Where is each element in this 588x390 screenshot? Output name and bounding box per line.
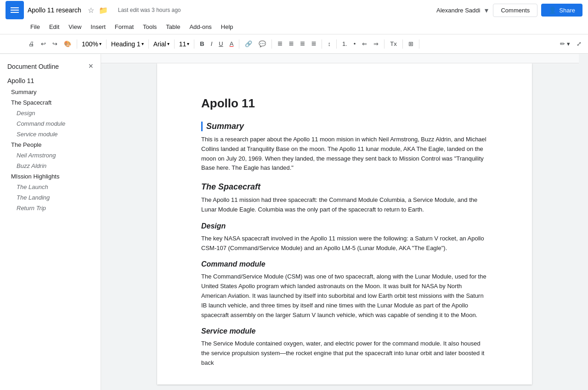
outline-item-design[interactable]: Design (0, 108, 97, 118)
edit-mode-button[interactable]: ✏ ▾ (557, 39, 573, 49)
share-person-icon: 👤 (548, 6, 556, 14)
section-body-command-module: The Command/Service Module (CSM) was one… (201, 272, 488, 320)
toolbar-sep-6 (239, 39, 239, 49)
align-right-button[interactable]: ≡ (297, 37, 308, 50)
underline-button[interactable]: U (216, 39, 226, 49)
section-summary: SummaryThis is a research paper about th… (201, 122, 488, 173)
toolbar-sep-2 (106, 39, 107, 49)
menubar: FileEditViewInsertFormatToolsTableAdd-on… (0, 20, 588, 34)
section-design: DesignThe key NASA spacecraft involved i… (201, 222, 488, 253)
menu-item-table[interactable]: Table (161, 22, 185, 32)
section-heading-command-module: Command module (201, 260, 488, 268)
section-body-summary: This is a research paper about the Apoll… (201, 135, 488, 173)
menu-item-insert[interactable]: Insert (86, 22, 110, 32)
comment-button[interactable]: 💬 (256, 39, 269, 49)
style-value: Heading 1 (111, 40, 141, 48)
outline-item-neil-armstrong[interactable]: Neil Armstrong (0, 150, 97, 161)
outline-item-the-landing[interactable]: The Landing (0, 192, 97, 203)
redo-button[interactable]: ↪ (50, 39, 60, 49)
share-button[interactable]: 👤 Share (541, 4, 582, 17)
zoom-chevron: ▾ (99, 41, 102, 46)
document-title[interactable]: Apollo 11 research (28, 6, 81, 14)
style-selector[interactable]: Heading 1 ▾ (109, 39, 146, 49)
font-size-selector[interactable]: 11 ▾ (177, 39, 192, 49)
app-menu-icon[interactable] (6, 1, 24, 19)
columns-button[interactable]: ⊞ (406, 39, 416, 49)
user-area: Alexandre Saddi ▾ Comments 👤 Share (436, 4, 582, 17)
font-size-chevron: ▾ (187, 41, 189, 46)
outline-item-service-module[interactable]: Service module (0, 129, 97, 139)
document-page: Apollo 11 SummaryThis is a research pape… (157, 63, 532, 384)
menu-item-help[interactable]: Help (216, 22, 238, 32)
section-command-module: Command moduleThe Command/Service Module… (201, 260, 488, 320)
outline-item-summary[interactable]: Summary (0, 87, 97, 97)
section-the-spacecraft: The SpacecraftThe Apollo 11 mission had … (201, 182, 488, 215)
toolbar: 🖨 ↩ ↪ 🎨 100% ▾ Heading 1 ▾ Arial ▾ 11 ▾ … (0, 34, 588, 53)
outline-items: Apollo 11SummaryThe SpacecraftDesignComm… (0, 75, 101, 213)
folder-icon[interactable]: 📁 (98, 5, 109, 16)
outline-item-mission-highlights[interactable]: MIssion Highlights (0, 171, 97, 182)
menu-item-add-ons[interactable]: Add-ons (185, 22, 216, 32)
outline-item-the-launch[interactable]: The Launch (0, 182, 97, 192)
toolbar-sep-7 (271, 39, 272, 49)
title-bar: Apollo 11 research ☆ 📁 Last edit was 3 h… (0, 0, 588, 20)
outline-item-the-spacecraft[interactable]: The Spacecraft (0, 97, 97, 108)
menu-item-tools[interactable]: Tools (138, 22, 161, 32)
toolbar-sep-10 (384, 39, 384, 49)
bold-button[interactable]: B (197, 39, 207, 49)
section-heading-summary: Summary (201, 122, 488, 131)
user-chevron[interactable]: ▾ (484, 5, 489, 16)
bulleted-list-button[interactable]: • (351, 39, 359, 49)
user-name: Alexandre Saddi (436, 7, 480, 14)
print-button[interactable]: 🖨 (26, 39, 37, 49)
ruler-inner (152, 54, 528, 63)
font-chevron: ▾ (167, 41, 170, 46)
sidebar-title: Document Outline (7, 63, 59, 70)
sidebar-close-button[interactable]: × (88, 61, 93, 71)
menu-item-edit[interactable]: Edit (45, 22, 64, 32)
increase-indent-button[interactable]: ⇒ (371, 39, 381, 49)
paint-format-button[interactable]: 🎨 (61, 39, 74, 49)
toolbar-sep-12 (419, 39, 419, 49)
clear-format-button[interactable]: Tx (387, 39, 399, 49)
menu-item-view[interactable]: View (64, 22, 86, 32)
main-content-area: Apollo 11 SummaryThis is a research pape… (101, 54, 588, 390)
text-color-button[interactable]: A (227, 39, 237, 49)
italic-button[interactable]: I (208, 39, 215, 49)
outline-item-apollo-11[interactable]: Apollo 11 (0, 75, 97, 87)
decrease-indent-button[interactable]: ⇐ (359, 39, 370, 49)
document-outline-sidebar: Document Outline × Apollo 11SummaryThe S… (0, 54, 101, 390)
share-label: Share (559, 7, 575, 14)
toolbar-sep-9 (336, 39, 337, 49)
toolbar-sep-3 (148, 39, 149, 49)
align-justify-button[interactable]: ≡ (309, 37, 319, 50)
ruler (101, 54, 579, 63)
align-center-button[interactable]: ≡ (286, 37, 297, 50)
outline-item-the-people[interactable]: The People (0, 139, 97, 150)
comments-button[interactable]: Comments (493, 4, 537, 17)
menu-item-format[interactable]: Format (110, 22, 138, 32)
numbered-list-button[interactable]: 1. (339, 39, 350, 49)
font-size-value: 11 (179, 40, 187, 48)
outline-item-buzz-aldrin[interactable]: Buzz Aldrin (0, 161, 97, 171)
outline-item-command-module[interactable]: Command module (0, 118, 97, 129)
menu-item-file[interactable]: File (26, 22, 45, 32)
zoom-selector[interactable]: 100% ▾ (80, 39, 103, 49)
section-heading-service-module: Service module (201, 327, 488, 335)
sidebar-header: Document Outline × (0, 60, 101, 75)
last-edit-label: Last edit was 3 hours ago (118, 7, 433, 13)
expand-button[interactable]: ⤢ (574, 39, 584, 49)
line-spacing-button[interactable]: ↕ (325, 39, 334, 49)
align-left-button[interactable]: ≡ (275, 37, 285, 50)
undo-button[interactable]: ↩ (38, 39, 49, 49)
font-selector[interactable]: Arial ▾ (152, 39, 171, 49)
layout: Document Outline × Apollo 11SummaryThe S… (0, 54, 588, 390)
toolbar-sep-5 (194, 39, 194, 49)
outline-item-return-trip[interactable]: Return Trip (0, 203, 97, 213)
section-service-module: Service moduleThe Service Module contain… (201, 327, 488, 368)
document-sections: SummaryThis is a research paper about th… (201, 122, 488, 368)
title-icons: ☆ 📁 (87, 5, 109, 16)
star-icon[interactable]: ☆ (87, 5, 95, 16)
toolbar-sep-8 (322, 39, 322, 49)
link-button[interactable]: 🔗 (242, 39, 255, 49)
